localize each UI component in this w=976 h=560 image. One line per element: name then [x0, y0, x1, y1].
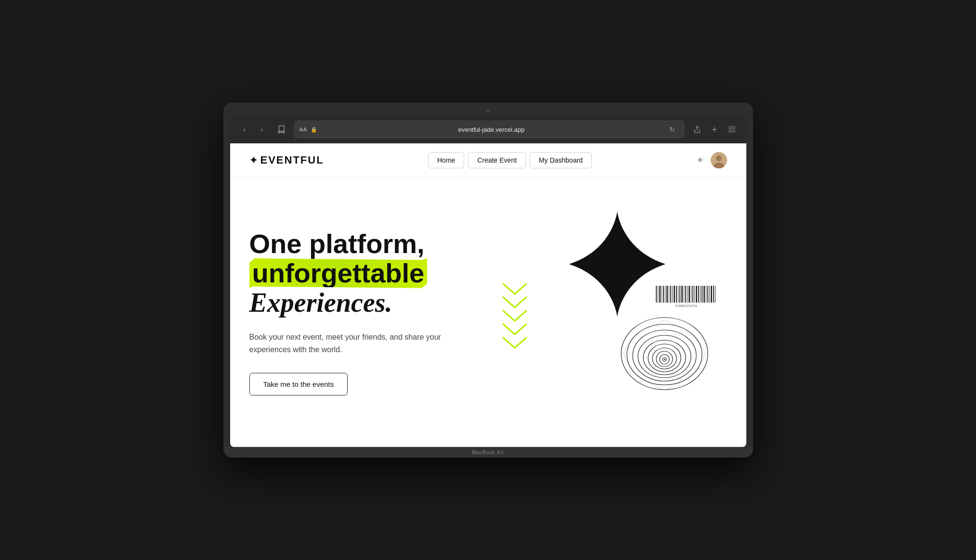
svg-rect-14 [663, 286, 664, 303]
browser-chrome: ‹ › AA 🔒 eventful-jade.vercel.app ↻ [230, 115, 746, 143]
svg-rect-30 [692, 286, 693, 303]
url-text: eventful-jade.vercel.app [321, 126, 661, 133]
svg-rect-16 [666, 286, 668, 303]
logo-text: EVENTFUL [260, 154, 324, 166]
macbook-frame: ‹ › AA 🔒 eventful-jade.vercel.app ↻ [223, 102, 753, 458]
hero-subtitle: Book your next event, meet your friends,… [249, 331, 452, 356]
svg-rect-38 [707, 286, 708, 303]
svg-rect-10 [656, 286, 657, 303]
topographic-decoration [616, 301, 713, 408]
svg-point-44 [621, 318, 708, 390]
nav-home[interactable]: Home [428, 152, 464, 168]
share-button[interactable] [690, 123, 704, 136]
svg-rect-40 [711, 286, 712, 303]
svg-rect-26 [685, 286, 686, 303]
bookmarks-icon[interactable] [274, 123, 288, 136]
lock-icon: 🔒 [311, 127, 317, 133]
svg-rect-39 [709, 286, 710, 303]
svg-rect-20 [674, 286, 675, 303]
svg-rect-41 [713, 286, 714, 303]
tabs-button[interactable] [725, 123, 739, 136]
svg-rect-29 [691, 286, 691, 303]
svg-point-8 [716, 155, 722, 161]
svg-rect-5 [729, 130, 731, 132]
svg-point-49 [648, 344, 681, 372]
svg-rect-37 [706, 286, 706, 303]
aa-label: AA [299, 127, 307, 132]
browser-actions [690, 123, 739, 136]
svg-rect-27 [687, 286, 688, 303]
svg-rect-36 [703, 286, 705, 303]
new-tab-button[interactable] [708, 123, 721, 136]
svg-rect-18 [670, 286, 671, 303]
reload-button[interactable]: ↻ [665, 123, 679, 136]
navbar: ✦ EVENTFUL Home Create Event My Dashboar… [230, 143, 746, 178]
svg-rect-4 [732, 127, 735, 129]
svg-rect-35 [702, 286, 703, 303]
svg-rect-28 [689, 286, 690, 303]
nav-dashboard[interactable]: My Dashboard [530, 152, 592, 168]
nav-create-event[interactable]: Create Event [468, 152, 526, 168]
svg-rect-3 [729, 127, 731, 129]
svg-rect-13 [662, 286, 662, 303]
svg-point-46 [633, 330, 696, 381]
svg-rect-42 [715, 286, 716, 303]
svg-rect-11 [658, 286, 658, 303]
svg-rect-31 [694, 286, 695, 303]
hero-right: 3339841234751 [488, 206, 727, 418]
hero-section: One platform, unforgettable Experiences.… [230, 178, 746, 447]
svg-rect-22 [678, 286, 678, 303]
hero-line3: Experiences. [249, 288, 488, 318]
hero-line1: One platform, [249, 229, 488, 259]
svg-rect-17 [669, 286, 669, 303]
hero-highlight: unforgettable [249, 258, 428, 288]
nav-links: Home Create Event My Dashboard [428, 152, 592, 168]
theme-toggle-icon[interactable]: ☀ [696, 155, 704, 165]
nav-right: ☀ [696, 152, 727, 168]
chevrons-decoration [498, 283, 532, 382]
logo-star-icon: ✦ [249, 154, 259, 166]
svg-rect-19 [672, 286, 673, 303]
svg-rect-12 [659, 286, 661, 303]
svg-rect-15 [665, 286, 665, 303]
hero-title: One platform, unforgettable Experiences. [249, 229, 488, 318]
svg-rect-23 [679, 286, 680, 303]
svg-point-47 [638, 335, 691, 378]
svg-rect-33 [698, 286, 699, 303]
forward-button[interactable]: › [255, 123, 269, 136]
avatar[interactable] [711, 152, 727, 168]
camera-dot [486, 109, 490, 113]
decorative-container: 3339841234751 [488, 206, 727, 418]
svg-rect-34 [700, 286, 701, 303]
website-content: ✦ EVENTFUL Home Create Event My Dashboar… [230, 143, 746, 447]
address-bar[interactable]: AA 🔒 eventful-jade.vercel.app ↻ [294, 120, 685, 139]
svg-point-54 [664, 359, 665, 360]
cta-button[interactable]: Take me to the events [249, 373, 348, 395]
hero-left: One platform, unforgettable Experiences.… [249, 229, 488, 396]
macbook-bottom: MacBook Air [223, 447, 753, 458]
browser-nav: ‹ › [238, 123, 269, 136]
macbook-screen: ‹ › AA 🔒 eventful-jade.vercel.app ↻ [230, 115, 746, 447]
svg-rect-25 [684, 286, 684, 303]
svg-rect-6 [732, 130, 735, 132]
svg-rect-32 [696, 286, 697, 303]
svg-rect-24 [681, 286, 683, 303]
svg-rect-21 [676, 286, 677, 303]
logo[interactable]: ✦ EVENTFUL [249, 154, 324, 166]
macbook-label: MacBook Air [472, 450, 504, 455]
back-button[interactable]: ‹ [238, 123, 251, 136]
